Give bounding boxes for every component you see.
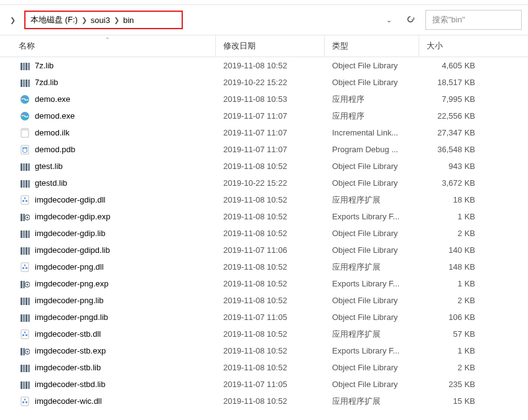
dll-icon [19, 262, 31, 273]
breadcrumb-item[interactable]: soui3 [91, 16, 110, 25]
dll-icon [19, 396, 31, 407]
file-type: Exports Library F... [325, 212, 419, 221]
file-type: Object File Library [325, 78, 419, 87]
file-size: 235 KB [419, 380, 481, 389]
file-size: 1 KB [419, 212, 481, 221]
file-name: imgdecoder-stb.lib [35, 363, 216, 372]
file-row[interactable]: demo.exe2019-11-08 10:53应用程序7,995 KB [0, 91, 528, 107]
lib-icon [19, 228, 31, 239]
file-date: 2019-11-08 10:52 [216, 162, 325, 171]
file-name: imgdecoder-png.lib [35, 296, 216, 305]
file-date: 2019-11-08 10:52 [216, 195, 325, 204]
file-name: demod.pdb [35, 145, 216, 154]
file-date: 2019-11-07 11:07 [216, 111, 325, 121]
breadcrumb[interactable]: 本地磁盘 (F:) ❯ soui3 ❯ bin [24, 11, 183, 29]
file-row[interactable]: imgdecoder-stb.dll2019-11-08 10:52应用程序扩展… [0, 326, 528, 342]
file-type: Object File Library [325, 363, 419, 372]
file-name: gtestd.lib [35, 178, 216, 188]
file-date: 2019-11-08 10:52 [216, 396, 325, 406]
file-date: 2019-11-08 10:52 [216, 296, 325, 305]
file-type: Program Debug ... [325, 145, 419, 154]
refresh-button[interactable] [401, 12, 420, 29]
chevron-right-icon: ❯ [114, 16, 119, 24]
file-name: imgdecoder-stbd.lib [35, 380, 216, 389]
search-placeholder: 搜索"bin" [432, 15, 465, 24]
column-header-name[interactable]: ⌃ 名称 [0, 35, 216, 57]
file-name: imgdecoder-png.exp [35, 279, 216, 288]
exp-icon [19, 278, 31, 290]
file-size: 2 KB [419, 229, 481, 238]
breadcrumb-item[interactable]: 本地磁盘 (F:) [30, 14, 78, 25]
file-size: 27,347 KB [419, 128, 481, 137]
file-date: 2019-11-08 10:53 [216, 94, 325, 104]
search-input[interactable]: 搜索"bin" [425, 10, 522, 30]
file-name: imgdecoder-gdipd.lib [35, 245, 216, 255]
file-name: demo.exe [35, 94, 216, 104]
file-row[interactable]: imgdecoder-png.dll2019-11-08 10:52应用程序扩展… [0, 258, 528, 275]
file-type: Object File Library [325, 296, 419, 305]
file-size: 22,556 KB [419, 111, 481, 121]
lib-icon [19, 245, 31, 256]
file-list: 7z.lib2019-11-08 10:52Object File Librar… [0, 57, 528, 409]
file-date: 2019-11-08 10:52 [216, 279, 325, 288]
breadcrumb-item[interactable]: bin [123, 16, 134, 25]
file-row[interactable]: imgdecoder-gdip.dll2019-11-08 10:52应用程序扩… [0, 191, 528, 208]
file-size: 106 KB [419, 313, 481, 322]
file-name: imgdecoder-wic.dll [35, 396, 216, 406]
file-row[interactable]: demod.exe2019-11-07 11:07应用程序22,556 KB [0, 107, 528, 124]
file-name: imgdecoder-stb.exp [35, 346, 216, 355]
file-size: 18 KB [419, 195, 481, 204]
lib-icon [19, 161, 31, 172]
file-date: 2019-11-08 10:52 [216, 61, 325, 70]
lib-icon [19, 312, 31, 323]
file-type: Exports Library F... [325, 346, 419, 355]
file-size: 4,605 KB [419, 61, 481, 70]
file-row[interactable]: imgdecoder-stb.exp2019-11-08 10:52Export… [0, 342, 528, 359]
file-row[interactable]: demod.pdb2019-11-07 11:07Program Debug .… [0, 141, 528, 158]
file-type: Object File Library [325, 61, 419, 70]
file-size: 15 KB [419, 396, 481, 406]
file-date: 2019-11-07 11:07 [216, 145, 325, 154]
column-header-size[interactable]: 大小 [419, 35, 500, 57]
file-row[interactable]: imgdecoder-png.exp2019-11-08 10:52Export… [0, 275, 528, 292]
file-name: imgdecoder-stb.dll [35, 329, 216, 339]
file-row[interactable]: gtestd.lib2019-10-22 15:22Object File Li… [0, 175, 528, 191]
lib-icon [19, 295, 31, 306]
lib-icon [19, 178, 31, 189]
file-size: 18,517 KB [419, 78, 481, 87]
sort-ascending-icon: ⌃ [105, 37, 110, 43]
dll-icon [19, 194, 31, 206]
file-type: Exports Library F... [325, 279, 419, 288]
address-bar: ❯ 本地磁盘 (F:) ❯ soui3 ❯ bin ⌄ 搜索"bin" [0, 5, 528, 35]
file-row[interactable]: imgdecoder-stbd.lib2019-11-07 11:05Objec… [0, 376, 528, 393]
file-row[interactable]: imgdecoder-stb.lib2019-11-08 10:52Object… [0, 359, 528, 376]
file-row[interactable]: imgdecoder-gdip.lib2019-11-08 10:52Objec… [0, 225, 528, 242]
ilk-icon [19, 127, 31, 139]
chevron-down-icon[interactable]: ⌄ [382, 16, 396, 24]
file-size: 3,672 KB [419, 178, 481, 188]
file-type: 应用程序扩展 [325, 194, 419, 206]
chevron-right-icon[interactable]: ❯ [10, 16, 16, 24]
file-row[interactable]: imgdecoder-gdipd.lib2019-11-07 11:06Obje… [0, 242, 528, 258]
file-row[interactable]: imgdecoder-gdip.exp2019-11-08 10:52Expor… [0, 208, 528, 225]
file-type: 应用程序 [325, 111, 419, 122]
file-row[interactable]: imgdecoder-png.lib2019-11-08 10:52Object… [0, 292, 528, 309]
file-row[interactable]: demod.ilk2019-11-07 11:07Incremental Lin… [0, 124, 528, 141]
file-name: imgdecoder-pngd.lib [35, 313, 216, 322]
file-type: Object File Library [325, 229, 419, 238]
column-header-type[interactable]: 类型 [325, 35, 419, 57]
column-headers: ⌃ 名称 修改日期 类型 大小 [0, 35, 528, 57]
file-name: imgdecoder-gdip.lib [35, 229, 216, 238]
file-name: 7z.lib [35, 61, 216, 70]
file-row[interactable]: gtest.lib2019-11-08 10:52Object File Lib… [0, 158, 528, 175]
file-row[interactable]: 7zd.lib2019-10-22 15:22Object File Libra… [0, 74, 528, 91]
file-date: 2019-11-08 10:52 [216, 363, 325, 372]
file-name: demod.exe [35, 111, 216, 121]
file-row[interactable]: 7z.lib2019-11-08 10:52Object File Librar… [0, 57, 528, 74]
column-header-date[interactable]: 修改日期 [216, 35, 325, 57]
file-row[interactable]: imgdecoder-pngd.lib2019-11-07 11:05Objec… [0, 309, 528, 326]
file-type: Incremental Link... [325, 128, 419, 137]
file-size: 57 KB [419, 329, 481, 339]
file-row[interactable]: imgdecoder-wic.dll2019-11-08 10:52应用程序扩展… [0, 393, 528, 409]
file-date: 2019-11-08 10:52 [216, 346, 325, 355]
